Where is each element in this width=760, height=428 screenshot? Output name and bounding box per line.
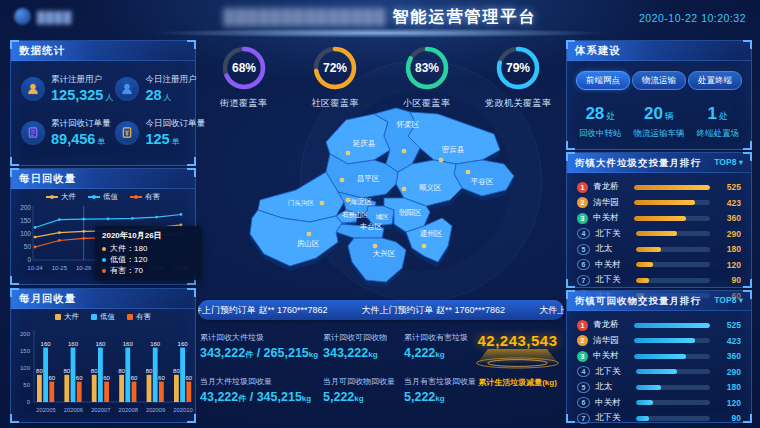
legend-item[interactable]: 大件 (55, 312, 79, 322)
bar-value-label: 80 (91, 368, 98, 374)
summary-value: 343,222件 / 265,215kg (200, 346, 318, 360)
panel-corner-accent (187, 288, 196, 297)
legend-label: 有害 (145, 192, 160, 202)
map-marker-dot[interactable] (439, 158, 443, 162)
map-district-label: 城区 (376, 213, 390, 220)
rank1-top-dropdown[interactable]: TOP8 ▾ (714, 153, 743, 172)
bar (153, 348, 158, 402)
tab-处置终端[interactable]: 处置终端 (688, 71, 742, 90)
rank2-top-dropdown[interactable]: TOP8 ▾ (714, 291, 743, 310)
legend-item[interactable]: 有害 (127, 312, 151, 322)
panel-corner-accent (743, 279, 752, 288)
y-axis-tick: 200 (20, 204, 31, 211)
map-marker-dot[interactable] (422, 244, 426, 248)
rank-row: 7北下关90 (577, 273, 741, 287)
legend-item[interactable]: 低值 (88, 192, 118, 202)
rank-name: 中关村 (593, 212, 629, 224)
panel-corner-accent (10, 168, 19, 177)
rank-name: 中关村 (595, 259, 631, 271)
ticker-track: 大件上门预约订单 赵** 1760***7862 大件上门预约订单 赵** 17… (198, 300, 564, 320)
rank-value: 180 (715, 244, 741, 254)
system-metric: 20辆物流运输车辆 (630, 104, 689, 140)
data-point (34, 226, 37, 229)
rank-badge: 7 (577, 275, 590, 286)
legend-item[interactable]: 低值 (91, 312, 115, 322)
metric-unit: 辆 (665, 111, 674, 121)
map-marker-dot[interactable] (346, 198, 350, 202)
tooltip-series-dot (102, 247, 106, 251)
bar-value-label: 160 (68, 341, 79, 347)
map-marker-dot[interactable] (466, 170, 470, 174)
legend-item[interactable]: 有害 (130, 192, 160, 202)
stat-label: 今日注册用户 (145, 74, 196, 86)
rank-value: 525 (715, 320, 741, 330)
panel-corner-accent (187, 157, 196, 166)
panel-rank2-header: 街镇可回收物交投量月排行 TOP8 ▾ (567, 291, 751, 311)
rank-bar-fill (636, 278, 649, 283)
rank-row: 2清华园423 (577, 196, 741, 210)
rank-bar-fill (636, 262, 653, 267)
data-point (131, 217, 134, 220)
summary-value: 5,222kg (404, 390, 476, 404)
panel-corner-accent (10, 288, 19, 297)
rank-row: 1青龙桥525 (577, 180, 741, 194)
summary-cell: 当月可回收物回收量5,222kg (323, 376, 395, 404)
rank-bar-fill (634, 216, 686, 221)
bar-value-label: 60 (131, 375, 138, 381)
rank-bar-fill (634, 200, 695, 205)
map-district-label: 怀柔区 (396, 120, 420, 129)
summary-cell: 累计回收有害垃圾4,222kg (404, 332, 468, 360)
rank-bar-track (634, 200, 710, 205)
rank-bar-track (634, 354, 710, 359)
map-marker-dot[interactable] (307, 232, 311, 236)
rank-bar-track (636, 262, 710, 267)
rank-badge: 3 (577, 351, 588, 362)
beijing-map: 延庆县怀柔区密云县平谷区顺义区昌平区门头沟区海淀区石景山区城区朝阳区丰台区房山区… (198, 106, 564, 298)
metric-value: 28处 (571, 104, 630, 124)
map-marker-dot[interactable] (373, 244, 377, 248)
y-axis-tick: 150 (20, 217, 31, 224)
map-district-shape[interactable] (408, 112, 500, 164)
tooltip-row-text: 低值：120 (110, 254, 147, 265)
order-ticker: 大件上门预约订单 赵** 1760***7862 大件上门预约订单 赵** 17… (198, 300, 564, 320)
stat-unit: 单 (172, 137, 180, 146)
map-marker-dot[interactable] (402, 149, 406, 153)
panel-corner-accent (566, 290, 575, 299)
bar (132, 382, 137, 402)
legend-swatch (130, 196, 142, 198)
tooltip-row-text: 大件：180 (110, 243, 147, 254)
bar-value-label: 160 (150, 341, 161, 347)
summary-value: 43,222件 / 345,215kg (200, 390, 311, 404)
map-marker-dot[interactable] (340, 178, 344, 182)
panel-corner-accent (566, 141, 575, 150)
summary-value: 343,222kg (323, 346, 387, 360)
rank-list: 1青龙桥5252清华园4233中关村3604北下关2905北太1806中关村12… (567, 173, 751, 303)
gold-pedestal-icon (470, 349, 565, 371)
receipt-icon (115, 121, 139, 145)
summary-cell: 当月大件垃圾回收量43,222件 / 345,215kg (200, 376, 311, 404)
map-marker-dot[interactable] (346, 151, 350, 155)
rank-row: 7北下关90 (577, 411, 741, 425)
panel-data-stats-title: 数据统计 (11, 41, 195, 61)
rank-name: 北下关 (595, 366, 631, 378)
map-district-label: 平谷区 (471, 177, 494, 186)
bar-value-label: 160 (95, 341, 106, 347)
rank-bar-fill (634, 338, 695, 343)
data-point (58, 231, 61, 234)
legend-item[interactable]: 大件 (46, 192, 76, 202)
rank-name: 青龙桥 (593, 181, 629, 193)
rank-name: 北太 (595, 381, 631, 393)
summary-cell: 累计回收可回收物343,222kg (323, 332, 387, 360)
tab-前端网点[interactable]: 前端网点 (576, 71, 630, 90)
rank-name: 清华园 (593, 335, 629, 347)
map-marker-dot[interactable] (402, 187, 406, 191)
map-district-label: 大兴区 (373, 249, 396, 258)
panel-corner-accent (10, 157, 19, 166)
tab-物流运输[interactable]: 物流运输 (632, 71, 686, 90)
panel-daily-recovery: 每日回收量 大件低值有害 05010015020010-2410-2510-26… (10, 168, 196, 285)
bar (174, 375, 179, 402)
panel-corner-accent (743, 141, 752, 150)
map-marker-dot[interactable] (320, 201, 324, 205)
panel-corner-accent (10, 276, 19, 285)
bar (119, 375, 124, 402)
